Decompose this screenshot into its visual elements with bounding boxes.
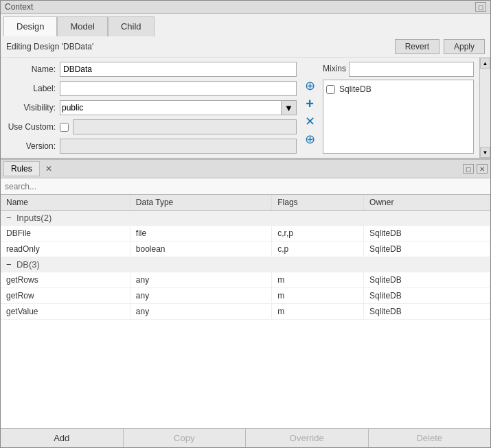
table-row[interactable]: getRows any m SqliteDB <box>1 272 490 288</box>
cell-name: readOnly <box>1 241 130 257</box>
cell-name: DBFile <box>1 226 130 241</box>
mixin-remove-button[interactable]: ✕ <box>302 114 317 129</box>
cell-data-type: boolean <box>130 241 271 257</box>
col-flags: Flags <box>272 195 364 211</box>
add-button[interactable]: Add <box>1 429 124 447</box>
scroll-up-button[interactable]: ▲ <box>480 58 490 69</box>
apply-button[interactable]: Apply <box>444 39 485 54</box>
mixins-buttons: ⊕ + ✕ ⊕ <box>299 62 320 154</box>
mixins-label: Mixins <box>323 64 346 73</box>
table-row[interactable]: DBFile file c,r,p SqliteDB <box>1 226 490 241</box>
mixin-add-circle2-button[interactable]: ⊕ <box>302 132 317 147</box>
group-label: − Inputs(2) <box>1 211 490 226</box>
label-label: Label: <box>1 84 56 93</box>
group-row: − Inputs(2) <box>1 211 490 226</box>
delete-button[interactable]: Delete <box>369 429 491 447</box>
mixins-area: Mixins SqliteDB <box>323 62 474 154</box>
override-button[interactable]: Override <box>246 429 369 447</box>
mixins-search-input[interactable] <box>349 62 474 77</box>
mixins-list: SqliteDB <box>323 80 474 154</box>
copy-button[interactable]: Copy <box>124 429 247 447</box>
scroll-down-button[interactable]: ▼ <box>480 147 490 158</box>
rules-table: Name Data Type Flags Owner − Inputs(2) <box>1 195 490 428</box>
use-custom-input <box>73 119 297 134</box>
mixin-plus-button[interactable]: + <box>302 96 317 111</box>
col-owner: Owner <box>364 195 490 211</box>
group-label: − DB(3) <box>1 257 490 272</box>
table-header-row: Name Data Type Flags Owner <box>1 195 490 211</box>
bottom-panel: Rules ✕ ◻ ✕ Name Data Type Flags Owner <box>1 158 490 447</box>
mixin-sqlitedb-checkbox[interactable] <box>326 85 335 94</box>
cell-name: getRows <box>1 272 130 288</box>
search-input[interactable] <box>5 182 486 191</box>
rules-close-button[interactable]: ✕ <box>43 164 55 174</box>
cell-flags: m <box>272 288 364 304</box>
table-row[interactable]: readOnly boolean c,p SqliteDB <box>1 241 490 257</box>
version-row: Version: <box>1 139 297 154</box>
context-label: Context <box>5 2 33 12</box>
top-panel: Context ◻ Design Model Child Editing Des… <box>1 1 490 158</box>
name-input[interactable] <box>60 62 297 77</box>
name-row: Name: <box>1 62 297 77</box>
cell-name: getValue <box>1 304 130 320</box>
rules-bar: Rules ✕ ◻ ✕ <box>1 160 490 178</box>
cell-flags: c,p <box>272 241 364 257</box>
restore-button[interactable]: ◻ <box>475 2 486 12</box>
table-row[interactable]: getRow any m SqliteDB <box>1 288 490 304</box>
form-left: Name: Label: Visibility: public private <box>1 62 297 154</box>
list-item: SqliteDB <box>326 83 470 95</box>
mixin-sqlitedb-label: SqliteDB <box>339 84 372 94</box>
tabs-row: Design Model Child <box>1 14 490 36</box>
rules-restore-button[interactable]: ◻ <box>463 164 474 174</box>
rules-close-win-button[interactable]: ✕ <box>477 164 488 174</box>
table-row[interactable]: getValue any m SqliteDB <box>1 304 490 320</box>
group-collapse-icon[interactable]: − <box>6 213 12 223</box>
col-data-type: Data Type <box>130 195 271 211</box>
revert-button[interactable]: Revert <box>395 39 439 54</box>
cell-owner: SqliteDB <box>364 241 490 257</box>
bottom-buttons: Add Copy Override Delete <box>1 428 490 447</box>
data-table: Name Data Type Flags Owner − Inputs(2) <box>1 195 490 320</box>
cell-data-type: any <box>130 304 271 320</box>
cell-owner: SqliteDB <box>364 304 490 320</box>
main-window: Context ◻ Design Model Child Editing Des… <box>0 0 491 448</box>
cell-owner: SqliteDB <box>364 226 490 241</box>
visibility-row: Visibility: public private protected ▼ <box>1 100 297 115</box>
visibility-label: Visibility: <box>1 103 56 113</box>
tab-model[interactable]: Model <box>57 16 107 36</box>
cell-flags: c,r,p <box>272 226 364 241</box>
editing-label: Editing Design 'DBData' <box>6 42 93 51</box>
cell-data-type: any <box>130 272 271 288</box>
visibility-select[interactable]: public private protected <box>60 100 282 115</box>
top-scrollbar: ▲ ▼ <box>479 58 490 158</box>
tab-child[interactable]: Child <box>108 16 155 36</box>
mixin-add-circle-button[interactable]: ⊕ <box>302 78 317 93</box>
col-name: Name <box>1 195 130 211</box>
top-inner: Name: Label: Visibility: public private <box>1 58 490 158</box>
editing-bar: Editing Design 'DBData' Revert Apply <box>1 36 490 58</box>
rules-win-controls: ◻ ✕ <box>463 164 488 174</box>
version-label: Version: <box>1 141 56 151</box>
cell-data-type: any <box>130 288 271 304</box>
search-bar <box>1 178 490 195</box>
visibility-arrow-icon[interactable]: ▼ <box>282 100 297 115</box>
cell-flags: m <box>272 272 364 288</box>
tab-design[interactable]: Design <box>3 16 57 36</box>
version-input <box>60 139 297 154</box>
visibility-select-wrap: public private protected ▼ <box>60 100 297 115</box>
cell-name: getRow <box>1 288 130 304</box>
context-bar: Context ◻ <box>1 1 490 14</box>
cell-flags: m <box>272 304 364 320</box>
use-custom-row: Use Custom: <box>1 119 297 134</box>
group-row: − DB(3) <box>1 257 490 272</box>
scroll-track <box>480 69 490 147</box>
rules-tab[interactable]: Rules <box>3 161 40 176</box>
cell-data-type: file <box>130 226 271 241</box>
group-collapse-icon[interactable]: − <box>6 259 12 270</box>
use-custom-label: Use Custom: <box>1 122 56 132</box>
label-input[interactable] <box>60 81 297 96</box>
use-custom-checkbox[interactable] <box>60 123 69 132</box>
window-controls: ◻ <box>475 2 486 12</box>
cell-owner: SqliteDB <box>364 288 490 304</box>
name-label: Name: <box>1 64 56 74</box>
